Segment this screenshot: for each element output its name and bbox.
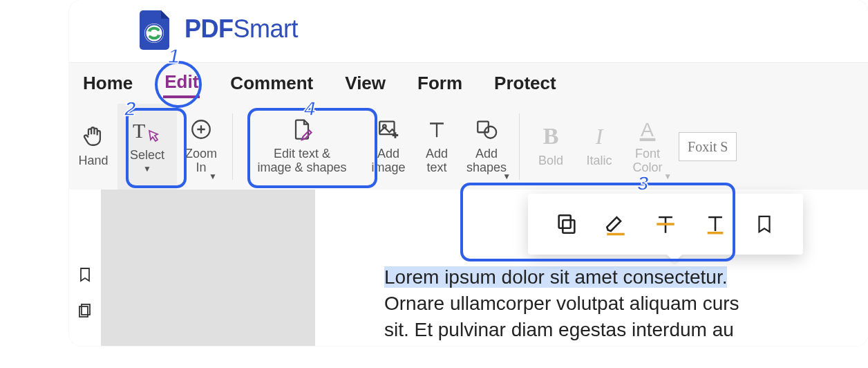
- tab-view[interactable]: View: [343, 70, 387, 97]
- bold-tool[interactable]: B Bold: [527, 104, 575, 190]
- add-text-label: Add text: [426, 147, 448, 175]
- callout-1-number: 1: [168, 44, 180, 68]
- italic-label: Italic: [587, 154, 612, 168]
- add-image-tool[interactable]: Add image: [364, 104, 413, 190]
- font-color-label: Font Color: [633, 147, 663, 175]
- separator: [232, 113, 233, 180]
- selected-text[interactable]: Lorem ipsum dolor sit amet consectetur.: [384, 266, 727, 288]
- hand-icon: [82, 122, 105, 150]
- add-image-label: Add image: [371, 147, 405, 175]
- callout-4-number: 4: [304, 97, 316, 120]
- body-text-line: Ornare ullamcorper volutpat aliquam curs: [384, 293, 739, 314]
- add-shapes-icon: [474, 116, 499, 143]
- strikethrough-button[interactable]: [649, 208, 682, 241]
- brand-text: PDFSmart: [185, 15, 298, 44]
- underline-button[interactable]: [699, 208, 732, 241]
- ribbon-toolbar: Hand T Select ▼ Zoom In ▼: [69, 104, 868, 190]
- svg-rect-13: [558, 215, 570, 228]
- svg-rect-9: [640, 138, 656, 141]
- add-text-tool[interactable]: Add text: [413, 104, 461, 190]
- menu-tabs: Home Edit Comment View Form Protect: [69, 62, 868, 104]
- hand-tool[interactable]: Hand: [69, 104, 117, 190]
- svg-text:T: T: [133, 119, 145, 142]
- app-window: PDFSmart Home Edit Comment View Form Pro…: [69, 0, 868, 346]
- bookmark-button[interactable]: [748, 208, 781, 241]
- bold-icon: B: [543, 122, 559, 150]
- select-label: Select: [130, 149, 164, 163]
- add-text-icon: [425, 116, 449, 143]
- separator: [519, 113, 520, 180]
- font-color-icon: A: [636, 116, 659, 143]
- body-text-line: sit. Et pulvinar diam egestas interdum a…: [384, 319, 734, 340]
- pdfsmart-logo-icon: [136, 8, 175, 50]
- font-family-select[interactable]: Foxit S: [679, 132, 737, 161]
- page-gutter: [101, 190, 315, 346]
- italic-icon: I: [596, 122, 603, 150]
- brand: PDFSmart: [136, 8, 298, 50]
- select-text-icon: T: [131, 117, 163, 145]
- add-shapes-label: Add shapes: [466, 147, 507, 175]
- callout-3-number: 3: [637, 172, 649, 195]
- tab-comment[interactable]: Comment: [229, 70, 314, 97]
- add-image-icon: [376, 116, 401, 143]
- chevron-down-icon: ▼: [663, 172, 672, 181]
- italic-tool[interactable]: I Italic: [575, 104, 623, 190]
- svg-rect-14: [607, 233, 625, 236]
- svg-text:A: A: [641, 118, 654, 140]
- chevron-down-icon: ▼: [143, 164, 151, 174]
- edit-text-image-shapes-tool[interactable]: Edit text & image & shapes: [240, 104, 364, 190]
- copy-button[interactable]: [550, 208, 583, 241]
- svg-rect-4: [379, 122, 394, 134]
- tab-form[interactable]: Form: [416, 70, 464, 97]
- bookmark-icon[interactable]: [77, 266, 93, 284]
- hand-label: Hand: [78, 154, 108, 168]
- add-shapes-tool[interactable]: Add shapes ▼: [461, 104, 512, 190]
- zoom-in-label: Zoom In: [185, 147, 217, 175]
- zoom-in-icon: [189, 116, 213, 143]
- callout-2-number: 2: [124, 97, 136, 120]
- chevron-down-icon: ▼: [209, 172, 217, 181]
- tab-edit[interactable]: Edit: [163, 68, 200, 98]
- edit-tis-label: Edit text & image & shapes: [257, 147, 346, 175]
- svg-point-0: [144, 24, 164, 43]
- highlight-button[interactable]: [599, 208, 632, 241]
- zoom-in-tool[interactable]: Zoom In ▼: [177, 104, 225, 190]
- bold-label: Bold: [538, 154, 563, 168]
- tab-protect[interactable]: Protect: [493, 70, 558, 97]
- svg-rect-12: [563, 220, 574, 232]
- selection-toolbar: [528, 194, 803, 255]
- pages-icon[interactable]: [77, 302, 93, 320]
- chevron-down-icon: ▼: [502, 172, 511, 181]
- tab-home[interactable]: Home: [82, 70, 134, 97]
- left-sidebar: [69, 190, 101, 346]
